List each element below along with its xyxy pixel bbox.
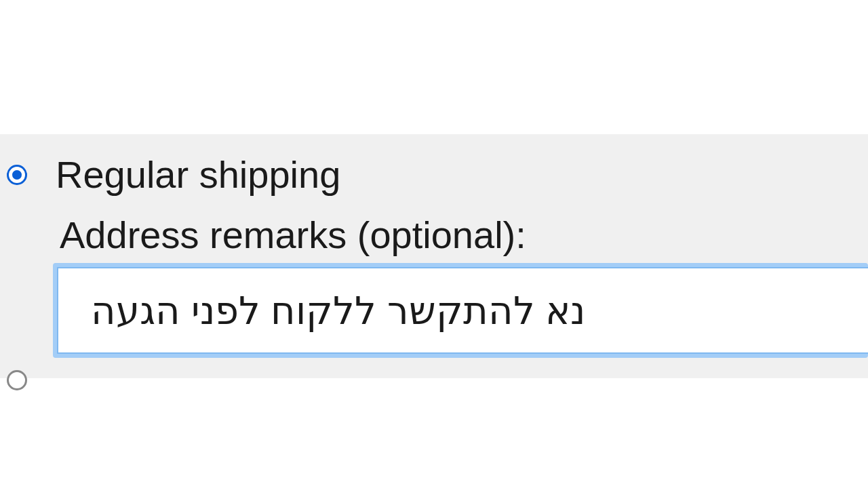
address-remarks-focus-ring	[53, 263, 868, 358]
regular-shipping-label: Regular shipping	[56, 156, 340, 194]
radio-selected-icon	[12, 170, 22, 180]
address-remarks-input[interactable]	[57, 267, 868, 354]
second-shipping-radio[interactable]	[7, 370, 27, 390]
address-remarks-label: Address remarks (optional):	[60, 214, 526, 256]
regular-shipping-radio[interactable]	[7, 165, 27, 185]
shipping-option-row: Regular shipping	[7, 156, 340, 194]
form-panel: Regular shipping Address remarks (option…	[0, 134, 868, 378]
